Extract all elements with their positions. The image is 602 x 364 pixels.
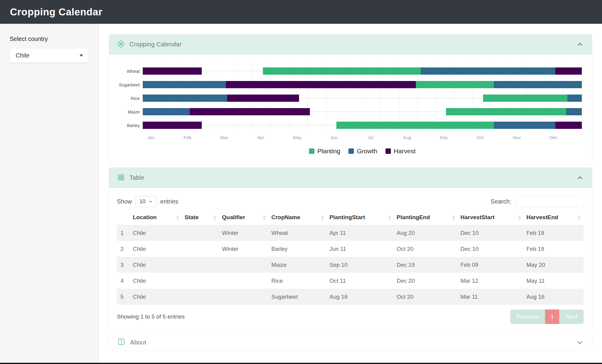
table-cell: Feb 19 <box>524 241 584 257</box>
gantt-row: Maize <box>143 105 582 118</box>
index-column-header <box>117 210 130 225</box>
sort-icon[interactable] <box>518 215 521 220</box>
collapse-button[interactable] <box>576 41 584 48</box>
gantt-bar-segment <box>336 122 494 129</box>
x-axis-tick-label: Nov <box>513 135 521 140</box>
datatable: Show 10 entries Search: <box>109 188 592 331</box>
legend-item[interactable]: Harvest <box>385 148 416 155</box>
column-header-label: State <box>185 214 198 220</box>
page-size-value: 10 <box>139 198 145 205</box>
chevron-down-icon <box>148 199 153 204</box>
gantt-track <box>143 91 582 105</box>
sidebar: Select country Chile <box>0 24 99 364</box>
entries-label: entries <box>160 198 178 205</box>
column-header-location[interactable]: Location <box>130 210 182 225</box>
gridline <box>582 59 582 131</box>
calendar-panel-title: Cropping Calendar <box>129 41 182 48</box>
legend-label: Growth <box>357 148 377 155</box>
x-axis-tick-label: May <box>293 135 301 140</box>
gantt-bar-segment <box>494 122 555 129</box>
gantt-bar-segment <box>555 122 582 129</box>
x-axis-tick-label: Oct <box>477 135 484 140</box>
gantt-bar-segment <box>483 95 567 102</box>
table-cell: Rice <box>269 273 327 289</box>
gantt-row-label: Maize <box>128 109 143 114</box>
table-row: 2ChileWinterBarleyJun 11Oct 20Dec 10Feb … <box>117 241 584 257</box>
legend-item[interactable]: Planting <box>309 148 340 155</box>
table-panel-header[interactable]: Table <box>109 168 592 188</box>
sort-icon[interactable] <box>263 215 266 220</box>
table-cell: Barley <box>269 241 327 257</box>
x-axis-tick-label: Apr <box>257 135 264 140</box>
column-header-label: PlantingEnd <box>397 214 430 220</box>
table-row: 3ChileMaizeSep 10Dec 19Feb 09May 20 <box>117 257 584 273</box>
gantt-track <box>143 64 582 78</box>
table-cell: Chile <box>130 273 182 289</box>
x-axis-tick-label: Jul <box>367 135 373 140</box>
gantt-bar-segment <box>143 95 227 102</box>
table-cell <box>220 289 269 305</box>
legend-swatch <box>348 148 354 154</box>
gantt-track <box>143 78 582 91</box>
column-header-harvestend[interactable]: HarvestEnd <box>524 210 584 225</box>
expand-button[interactable] <box>576 338 584 346</box>
country-select[interactable]: Chile <box>10 48 89 63</box>
table-cell: Feb 19 <box>524 225 584 241</box>
sort-icon[interactable] <box>452 215 455 220</box>
gantt-bar-segment <box>567 95 582 102</box>
column-header-label: HarvestEnd <box>526 214 558 220</box>
x-axis-tick-label: Jan <box>147 135 154 140</box>
table-cell: Chile <box>130 241 182 257</box>
chevron-down-icon <box>576 338 584 346</box>
gantt-row: Wheat <box>143 64 582 78</box>
column-header-state[interactable]: State <box>182 210 220 225</box>
gantt-bar-segment <box>143 81 226 88</box>
table-cell: Winter <box>220 241 269 257</box>
table-cell: Aug 16 <box>524 289 584 305</box>
page-size-select[interactable]: 10 <box>136 196 157 207</box>
gantt-row-label: Wheat <box>127 68 143 73</box>
gantt-bar-segment <box>416 81 494 88</box>
gantt-bar-segment <box>143 108 190 115</box>
row-index-cell: 4 <box>117 273 130 289</box>
column-header-harveststart[interactable]: HarvestStart <box>458 210 524 225</box>
search-input[interactable] <box>515 195 584 207</box>
column-header-plantingend[interactable]: PlantingEnd <box>394 210 458 225</box>
table-cell: Chile <box>130 225 182 241</box>
sort-icon[interactable] <box>321 215 324 220</box>
app-title: Cropping Calendar <box>10 6 102 18</box>
chart-legend: PlantingGrowthHarvest <box>143 144 582 158</box>
column-header-qualifier[interactable]: Qualifier <box>220 210 269 225</box>
table-panel-title: Table <box>129 174 144 181</box>
country-select-value: Chile <box>16 52 80 59</box>
gantt-row-label: Rice <box>131 95 143 101</box>
x-axis-tick-label: Jun <box>330 135 337 140</box>
table-cell: Chile <box>130 289 182 305</box>
gantt-bar-segment <box>190 108 310 115</box>
page-number-button[interactable]: 1 <box>545 310 559 324</box>
sort-icon[interactable] <box>176 215 179 220</box>
column-header-plantingstart[interactable]: PlantingStart <box>327 210 394 225</box>
previous-page-button[interactable]: Previous <box>510 310 545 324</box>
x-axis-tick-label: Aug <box>403 135 411 140</box>
next-page-button[interactable]: Next <box>559 310 584 324</box>
about-panel-header[interactable]: About <box>109 334 592 351</box>
x-axis-tick-label: Mar <box>220 135 228 140</box>
table-cell <box>182 257 220 273</box>
sort-icon[interactable] <box>578 215 581 220</box>
sort-icon[interactable] <box>388 215 391 220</box>
gantt-bar-segment <box>143 122 202 129</box>
table-cell: Mar 12 <box>458 273 524 289</box>
table-cell: Wheat <box>269 225 327 241</box>
table-cell: Dec 20 <box>394 273 458 289</box>
column-header-label: Location <box>133 214 157 220</box>
calendar-panel-header[interactable]: Cropping Calendar <box>109 34 592 54</box>
collapse-button[interactable] <box>576 174 584 182</box>
legend-item[interactable]: Growth <box>348 148 377 155</box>
gantt-row: Sugarbeet <box>143 78 582 91</box>
column-header-cropname[interactable]: CropName <box>269 210 327 225</box>
search-label: Search: <box>491 198 511 205</box>
table-cell: Winter <box>220 225 269 241</box>
table-cell: Aug 16 <box>327 289 394 305</box>
sort-icon[interactable] <box>214 215 217 220</box>
